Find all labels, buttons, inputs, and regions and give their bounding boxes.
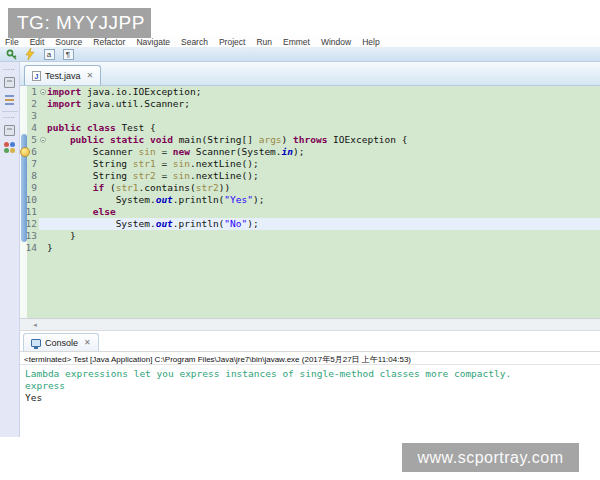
line-number: 1 <box>20 86 39 98</box>
menu-item-file[interactable]: File <box>5 37 19 47</box>
outline-view-icon[interactable] <box>4 94 15 105</box>
code-line[interactable]: 8 String str2 = sin.nextLine(); <box>20 170 600 182</box>
editor-area: J Test.java ✕ 1import java.io.IOExceptio… <box>20 62 600 437</box>
menu-item-refactor[interactable]: Refactor <box>93 37 125 47</box>
site-watermark: www.scportray.com <box>402 443 579 472</box>
code-line[interactable]: 5 public static void main(String[] args)… <box>20 134 600 146</box>
console-status-line: <terminated> Test [Java Application] C:\… <box>20 352 600 365</box>
code-text: String str1 = sin.nextLine(); <box>47 158 600 170</box>
code-text <box>47 110 600 122</box>
fold-column <box>39 194 47 206</box>
code-line[interactable]: 9 if (str1.contains(str2)) <box>20 182 600 194</box>
code-line[interactable]: 6 Scanner sin = new Scanner(System.in); <box>20 146 600 158</box>
tg-watermark: TG: MYYJJPP <box>8 8 151 38</box>
fold-column <box>39 122 47 134</box>
code-line[interactable]: 7 String str1 = sin.nextLine(); <box>20 158 600 170</box>
fold-column <box>39 230 47 242</box>
line-number: 4 <box>20 122 39 134</box>
menu-item-emmet[interactable]: Emmet <box>283 37 310 47</box>
code-line[interactable]: 11 else <box>20 206 600 218</box>
close-icon[interactable]: ✕ <box>87 71 94 80</box>
restore-view-icon[interactable] <box>4 77 15 88</box>
code-text: public static void main(String[] args) t… <box>47 134 600 146</box>
quickfix-lightbulb-icon[interactable] <box>20 147 30 157</box>
horizontal-scrollbar[interactable]: ◄ <box>20 318 600 331</box>
fold-column <box>39 98 47 110</box>
fold-column <box>39 182 47 194</box>
drag-grip: ••••• <box>3 115 15 120</box>
code-line[interactable]: 4public class Test { <box>20 122 600 134</box>
fold-column <box>39 206 47 218</box>
run-lightning-icon[interactable] <box>24 48 36 60</box>
menu-item-edit[interactable]: Edit <box>30 37 45 47</box>
fold-column <box>39 146 47 158</box>
menu-item-help[interactable]: Help <box>362 37 379 47</box>
code-line[interactable]: 1import java.io.IOException; <box>20 86 600 98</box>
code-line[interactable]: 13 } <box>20 230 600 242</box>
console-output-line: express <box>25 380 600 392</box>
fold-column <box>39 158 47 170</box>
code-line[interactable]: 12 System.out.println("No"); <box>20 218 600 230</box>
fold-column[interactable] <box>39 134 47 146</box>
console-output[interactable]: Lambda expressions let you express insta… <box>20 365 600 437</box>
code-editor[interactable]: 1import java.io.IOException;2import java… <box>20 86 600 318</box>
java-file-icon: J <box>32 71 41 81</box>
toolbar: a ¶ <box>0 47 600 62</box>
menu-item-source[interactable]: Source <box>55 37 82 47</box>
menu-item-window[interactable]: Window <box>321 37 351 47</box>
drag-grip: ••••• <box>3 67 15 72</box>
menu-item-navigate[interactable]: Navigate <box>136 37 170 47</box>
console-tab-label: Console <box>45 338 78 348</box>
divider <box>2 111 18 112</box>
annotation-box-icon[interactable]: a <box>43 48 55 60</box>
fold-minus-icon[interactable] <box>40 137 46 143</box>
console-tab-bar: Console ✕ <box>20 331 600 352</box>
code-line[interactable]: 10 System.out.println("Yes"); <box>20 194 600 206</box>
code-text: if (str1.contains(str2)) <box>47 182 600 194</box>
fold-minus-icon[interactable] <box>40 89 46 95</box>
line-number: 2 <box>20 98 39 110</box>
code-text: } <box>47 230 600 242</box>
tab-label: Test.java <box>45 71 81 81</box>
code-text: String str2 = sin.nextLine(); <box>47 170 600 182</box>
line-number: 3 <box>20 110 39 122</box>
code-text: else <box>47 206 600 218</box>
code-text: public class Test { <box>47 122 600 134</box>
menu-item-run[interactable]: Run <box>256 37 272 47</box>
console-output-line: Yes <box>25 392 600 404</box>
console-icon <box>31 339 41 347</box>
code-line[interactable]: 14} <box>20 242 600 254</box>
workbench: ••••• ••••• J Test.java ✕ 1import java.i… <box>0 62 600 437</box>
code-text: Scanner sin = new Scanner(System.in); <box>47 146 600 158</box>
show-whitespace-icon[interactable]: ¶ <box>62 48 74 60</box>
code-text: import java.util.Scanner; <box>47 98 600 110</box>
fast-view-bar: ••••• ••••• <box>0 62 20 437</box>
restore-view-icon[interactable] <box>4 125 15 136</box>
code-text: } <box>47 242 600 254</box>
fold-column <box>39 242 47 254</box>
close-icon[interactable]: ✕ <box>84 338 91 347</box>
tab-console[interactable]: Console ✕ <box>23 333 99 351</box>
code-text: import java.io.IOException; <box>47 86 600 98</box>
fold-column <box>39 110 47 122</box>
menu-item-search[interactable]: Search <box>181 37 208 47</box>
console-output-line: Lambda expressions let you express insta… <box>25 368 600 380</box>
code-text: System.out.println("No"); <box>47 218 600 230</box>
fold-column <box>39 218 47 230</box>
debug-key-icon[interactable] <box>5 48 17 60</box>
fold-column[interactable] <box>39 86 47 98</box>
code-text: System.out.println("Yes"); <box>47 194 600 206</box>
editor-tab-bar: J Test.java ✕ <box>20 62 600 86</box>
fold-column <box>39 170 47 182</box>
code-line[interactable]: 2import java.util.Scanner; <box>20 98 600 110</box>
code-line[interactable]: 3 <box>20 110 600 122</box>
line-number: 14 <box>20 242 39 254</box>
plugin-view-icon[interactable] <box>4 142 15 153</box>
menu-item-project[interactable]: Project <box>219 37 245 47</box>
tab-test-java[interactable]: J Test.java ✕ <box>24 65 101 85</box>
